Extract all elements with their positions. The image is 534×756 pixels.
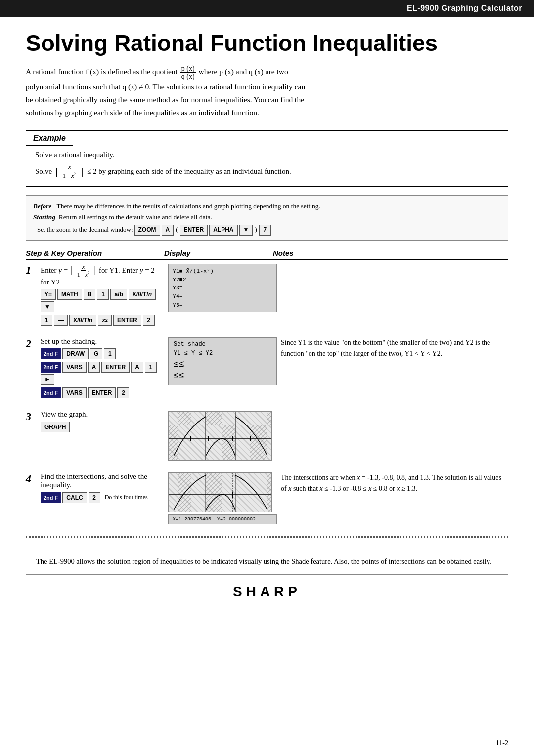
step-2-num: 2 xyxy=(26,337,31,350)
intro-fraction: p (x) q (x) xyxy=(180,65,196,81)
intro-paragraph: A rational function f (x) is defined as … xyxy=(26,65,508,120)
xotn-key: X/θ/T/n xyxy=(129,289,156,300)
step-1-keys-2: 1 — X/θ/T/n x2 ENTER 2 xyxy=(41,315,164,326)
step-4-graph-svg xyxy=(169,473,272,512)
sharp-logo: SHARP xyxy=(26,584,508,600)
solve-text: Solve xyxy=(35,167,52,176)
step-4-row: 4 Find the intersections, and solve the … xyxy=(26,472,508,524)
fraction-denominator: q (x) xyxy=(180,73,196,80)
step-2-keys-3: 2nd F VARS ENTER 2 xyxy=(41,387,164,398)
header: EL-9900 Graphing Calculator xyxy=(0,0,534,17)
vars-key-2: VARS xyxy=(62,387,86,398)
step-3-graph-svg xyxy=(169,412,272,461)
step-4-notes: The intersections are when x = -1.3, -0.… xyxy=(281,472,508,495)
set-shade-y1: Y1 ≤ Y ≤ Y2 xyxy=(174,350,271,357)
step1-frac: x 1 - x2 xyxy=(76,264,91,278)
intro-line4: be obtained graphically using the same m… xyxy=(26,95,304,104)
enter-key-2: ENTER xyxy=(113,315,141,326)
steps-header: Step & Key Operation Display Notes xyxy=(26,249,508,260)
step-4-text: Find the intersections, and solve the in… xyxy=(41,472,164,503)
b-key: B xyxy=(84,289,96,300)
example-content: Solve a rational inequality. Solve | x 1… xyxy=(26,146,508,186)
example-solve-intro: Solve a rational inequality. xyxy=(35,151,499,159)
two-key-2: 2 xyxy=(117,387,129,398)
step-3-keys-1: GRAPH xyxy=(41,422,164,432)
page: EL-9900 Graphing Calculator Solving Rati… xyxy=(0,0,534,756)
step-3-op: 3 View the graph. GRAPH xyxy=(26,410,164,432)
step-4-op: 4 Find the intersections, and solve the … xyxy=(26,472,164,503)
zoom-text: Set the zoom to the decimal window: xyxy=(37,225,133,235)
fraction-numerator: p (x) xyxy=(180,65,196,73)
svg-rect-11 xyxy=(206,473,235,512)
page-number: 11-2 xyxy=(496,739,508,747)
step-1-text: Enter y = | x 1 - x2 | for Y1. Enter y =… xyxy=(41,264,164,326)
set-shade-title: Set shade xyxy=(174,341,271,348)
graph-key: GRAPH xyxy=(41,422,70,432)
step-1-screen: Y1■ x̄/(1-x²) Y2■2 Y3= Y4= Y5= xyxy=(168,264,277,312)
math-key: MATH xyxy=(57,289,82,300)
ab-key: a/b xyxy=(110,289,127,300)
example-box: Example Solve a rational inequality. Sol… xyxy=(26,130,508,187)
before-label: Before xyxy=(33,202,52,210)
x2-key: x2 xyxy=(98,315,112,326)
step-1-op: 1 Enter y = | x 1 - x2 | for Y1. Enter y… xyxy=(26,264,164,326)
two-key: 2 xyxy=(143,315,155,326)
screen-line-1: Y1■ x̄/(1-x²) xyxy=(173,267,272,275)
minus-key: — xyxy=(54,315,68,326)
footer-text: The EL-9900 allows the solution region o… xyxy=(36,557,491,565)
step-4-intersect-screen: X=1.280776406 Y=2.000000002 xyxy=(168,514,277,524)
svg-rect-10 xyxy=(169,473,191,512)
step-2-keys-2: 2nd F VARS A ENTER A 1 ► xyxy=(41,362,164,385)
page-title: Solving Rational Function Inequalities xyxy=(26,31,508,56)
step-3-graph xyxy=(168,411,272,461)
before-line: Before There may be differences in the r… xyxy=(33,201,501,212)
step-3-row: 3 View the graph. GRAPH xyxy=(26,410,508,461)
enter-key-4: ENTER xyxy=(88,387,116,398)
screen-line-5: Y5= xyxy=(173,301,272,309)
one-key: 1 xyxy=(97,289,109,300)
2ndf-key-3: 2nd F xyxy=(41,387,61,398)
2ndf-key-1: 2nd F xyxy=(41,348,61,359)
seven-key: 7 xyxy=(259,225,271,236)
vars-key: VARS xyxy=(62,362,86,373)
step-2-keys-1: 2nd F DRAW G 1 xyxy=(41,348,164,359)
alpha-key: ALPHA xyxy=(209,225,237,236)
example-frac-den: 1 - x2 xyxy=(62,171,78,180)
step-3-text: View the graph. GRAPH xyxy=(41,410,164,432)
svg-rect-1 xyxy=(206,412,235,461)
one-key-2: 1 xyxy=(41,315,52,326)
screen-line-3: Y3= xyxy=(173,284,272,292)
step-display-header: Display xyxy=(164,249,273,257)
step-4-graph xyxy=(168,472,272,512)
step-op-header: Step & Key Operation xyxy=(26,249,164,257)
enter-key-3: ENTER xyxy=(101,362,130,373)
svg-rect-2 xyxy=(250,412,272,461)
draw-key: DRAW xyxy=(62,348,89,359)
zoom-key: ZOOM xyxy=(134,225,160,236)
before-starting-box: Before There may be differences in the r… xyxy=(26,195,508,240)
one-key-4: 1 xyxy=(145,362,157,373)
do-four-times: Do this four times xyxy=(105,494,148,501)
two-key-3: 2 xyxy=(89,492,100,503)
step-2-text: Set up the shading. 2nd F DRAW G 1 2nd F… xyxy=(41,337,164,398)
step-4-keys-1: 2nd F CALC 2 Do this four times xyxy=(41,492,164,503)
before-text: There may be differences in the results … xyxy=(56,202,320,210)
a-key-2: A xyxy=(88,362,100,373)
dotted-divider xyxy=(26,536,508,538)
step-1-num: 1 xyxy=(26,264,31,277)
a-key: A xyxy=(162,225,174,236)
2ndf-key-4: 2nd F xyxy=(41,492,61,503)
svg-rect-12 xyxy=(250,473,272,512)
svg-rect-0 xyxy=(169,412,191,461)
paren-open: ( xyxy=(176,225,178,235)
2ndf-key-2: 2nd F xyxy=(41,362,61,373)
xotn-key-2: X/θ/T/n xyxy=(69,315,96,326)
example-fraction: x 1 - x2 xyxy=(62,163,78,179)
example-title: Example xyxy=(26,131,73,146)
step-4-notes-text: The intersections are when x = -1.3, -0.… xyxy=(281,474,501,492)
intro-line2: where p (x) and q (x) are two xyxy=(198,67,288,76)
step-1-keys-1: Y= MATH B 1 a/b X/θ/T/n ▼ xyxy=(41,289,164,312)
set-shade-marks: ≤≤≤≤ xyxy=(174,359,271,382)
screen-line-4: Y4= xyxy=(173,292,272,300)
step-2-notes-text: Since Y1 is the value "on the bottom" (t… xyxy=(281,339,490,357)
